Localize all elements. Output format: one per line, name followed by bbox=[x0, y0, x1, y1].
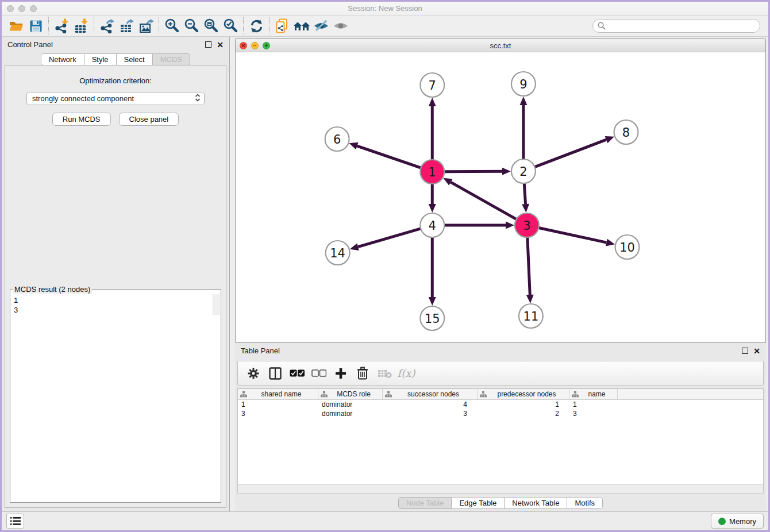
graph-node-7[interactable]: 7 bbox=[420, 73, 444, 97]
optimization-criterion-label: Optimization criterion: bbox=[5, 76, 226, 85]
graph-edge-2-8[interactable] bbox=[535, 136, 615, 167]
search-input[interactable] bbox=[592, 19, 760, 33]
split-panel-button[interactable] bbox=[265, 364, 285, 383]
close-panel-icon[interactable]: ✕ bbox=[217, 41, 224, 49]
table-row[interactable]: 3dominator323 bbox=[238, 409, 763, 418]
save-session-button[interactable] bbox=[26, 17, 45, 34]
trash-icon bbox=[357, 367, 368, 380]
table-cell[interactable]: 1 bbox=[569, 400, 618, 409]
select-all-checks-button[interactable] bbox=[287, 364, 307, 383]
graph-edge-3-11[interactable] bbox=[526, 237, 534, 303]
tab-style[interactable]: Style bbox=[84, 53, 117, 65]
graph-node-6[interactable]: 6 bbox=[325, 127, 349, 151]
graph-edge-4-15[interactable] bbox=[429, 237, 436, 306]
graph-node-9[interactable]: 9 bbox=[511, 72, 536, 96]
graph-node-8[interactable]: 8 bbox=[614, 120, 638, 144]
tab-select[interactable]: Select bbox=[117, 53, 153, 65]
show-all-button[interactable] bbox=[331, 17, 351, 34]
control-panel-tabs: NetworkStyleSelectMCDS bbox=[2, 53, 229, 65]
zoom-out-icon bbox=[183, 18, 199, 34]
tab-motifs[interactable]: Motifs bbox=[567, 497, 603, 509]
export-image-button[interactable] bbox=[136, 17, 156, 34]
table-cell[interactable]: 3 bbox=[383, 409, 478, 418]
table-row[interactable]: 1dominator411 bbox=[238, 400, 763, 409]
column-header-successor-nodes[interactable]: successor nodes bbox=[383, 389, 478, 399]
add-column-button[interactable] bbox=[331, 364, 351, 383]
graph-node-10[interactable]: 10 bbox=[615, 235, 640, 259]
export-network-button[interactable] bbox=[97, 17, 117, 34]
import-table-icon bbox=[74, 18, 89, 34]
tab-network[interactable]: Network bbox=[41, 53, 84, 65]
zoom-selected-button[interactable] bbox=[221, 17, 240, 34]
graph-node-2[interactable]: 2 bbox=[511, 159, 536, 183]
network-close-button[interactable]: ✕ bbox=[240, 42, 247, 49]
import-network-button[interactable] bbox=[52, 17, 71, 34]
refresh-button[interactable] bbox=[247, 17, 266, 34]
criterion-select[interactable]: strongly connected component bbox=[26, 92, 205, 105]
table-cell[interactable]: 2 bbox=[478, 409, 569, 418]
result-scrollbar[interactable] bbox=[213, 294, 220, 315]
graph-node-11[interactable]: 11 bbox=[519, 304, 543, 328]
table-cell[interactable]: 4 bbox=[383, 400, 478, 409]
import-table-button[interactable] bbox=[71, 17, 91, 34]
open-session-button[interactable] bbox=[6, 17, 26, 34]
graph-edge-2-3[interactable] bbox=[522, 183, 529, 213]
main-toolbar bbox=[2, 16, 768, 37]
column-header-name[interactable]: name bbox=[569, 389, 618, 399]
column-header-predecessor-nodes[interactable]: predecessor nodes bbox=[478, 389, 569, 399]
graph-edge-1-2[interactable] bbox=[444, 168, 511, 175]
graph-edge-1-7[interactable] bbox=[429, 98, 436, 160]
column-header-MCDS-role[interactable]: MCDS role bbox=[318, 389, 383, 399]
zoom-in-button[interactable] bbox=[162, 17, 182, 34]
zoom-out-button[interactable] bbox=[182, 17, 201, 34]
network-file-button[interactable] bbox=[272, 17, 292, 34]
toolbar-separator bbox=[269, 17, 270, 34]
close-panel-button[interactable]: Close panel bbox=[119, 113, 179, 126]
graph-node-3[interactable]: 3 bbox=[515, 213, 539, 237]
table-cell[interactable]: 1 bbox=[478, 400, 569, 409]
tab-mcds[interactable]: MCDS bbox=[153, 53, 190, 65]
graph-edge-2-9[interactable] bbox=[519, 97, 527, 159]
graph-edge-4-3[interactable] bbox=[444, 222, 514, 229]
network-minimize-button[interactable]: − bbox=[251, 42, 259, 49]
tab-node-table[interactable]: Node Table bbox=[398, 497, 452, 509]
graph-node-1[interactable]: 1 bbox=[420, 160, 444, 184]
network-maximize-button[interactable]: + bbox=[263, 42, 270, 49]
float-panel-icon[interactable] bbox=[205, 41, 211, 48]
table-cell[interactable]: dominator bbox=[318, 409, 383, 418]
table-settings-button[interactable] bbox=[244, 364, 263, 383]
table-cell[interactable]: 3 bbox=[238, 409, 318, 418]
graph-edge-3-10[interactable] bbox=[538, 228, 615, 246]
deselect-all-checks-button[interactable] bbox=[309, 364, 329, 383]
table-cell[interactable]: dominator bbox=[318, 400, 383, 409]
network-canvas[interactable]: 7968124314101511 bbox=[236, 52, 765, 342]
zoom-fit-button[interactable] bbox=[201, 17, 221, 34]
table-cell[interactable]: 1 bbox=[238, 400, 318, 409]
graph-edge-1-4[interactable] bbox=[429, 184, 436, 213]
close-table-panel-icon[interactable]: ✕ bbox=[753, 347, 760, 355]
graph-edge-1-6[interactable] bbox=[349, 142, 421, 168]
float-table-panel-icon[interactable] bbox=[742, 348, 748, 354]
delete-column-button[interactable] bbox=[353, 364, 372, 383]
table-body: 1dominator4113dominator323 bbox=[238, 400, 763, 484]
zoom-in-icon bbox=[164, 18, 180, 34]
refresh-icon bbox=[249, 18, 264, 34]
table-horizontal-scrollbar[interactable] bbox=[238, 484, 763, 493]
graph-edge-3-1[interactable] bbox=[443, 178, 516, 219]
network-window-titlebar[interactable]: scc.txt ✕ − + bbox=[236, 39, 765, 52]
run-mcds-button[interactable]: Run MCDS bbox=[52, 113, 111, 126]
first-neighbors-button[interactable] bbox=[292, 17, 311, 34]
tab-network-table[interactable]: Network Table bbox=[505, 497, 567, 509]
graph-node-15[interactable]: 15 bbox=[420, 306, 444, 330]
export-table-button[interactable] bbox=[117, 17, 136, 34]
graph-edge-4-14[interactable] bbox=[350, 229, 421, 250]
graph-node-14[interactable]: 14 bbox=[326, 241, 350, 265]
memory-button[interactable]: Memory bbox=[711, 514, 764, 529]
tab-edge-table[interactable]: Edge Table bbox=[452, 497, 505, 509]
column-header-shared-name[interactable]: shared name bbox=[238, 389, 318, 399]
column-header-label: successor nodes bbox=[392, 390, 475, 398]
graph-node-4[interactable]: 4 bbox=[420, 213, 444, 237]
hide-selected-button[interactable] bbox=[311, 17, 331, 34]
table-cell[interactable]: 3 bbox=[569, 409, 618, 418]
task-history-button[interactable] bbox=[6, 514, 24, 529]
